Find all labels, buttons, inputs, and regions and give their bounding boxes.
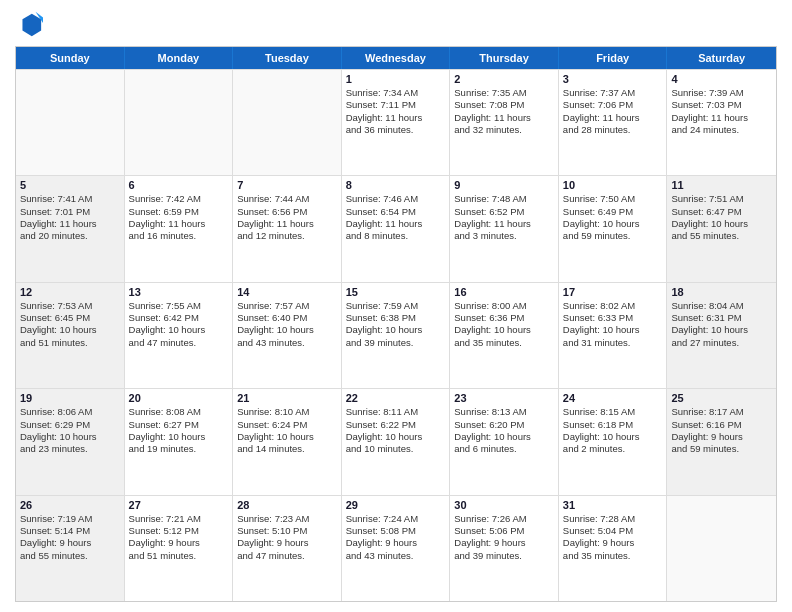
day-info-text: Sunrise: 7:51 AM — [671, 193, 772, 205]
day-info-text: Sunrise: 7:46 AM — [346, 193, 446, 205]
day-info-text: and 35 minutes. — [563, 550, 663, 562]
day-info-text: Daylight: 11 hours — [454, 218, 554, 230]
day-cell-14: 14Sunrise: 7:57 AMSunset: 6:40 PMDayligh… — [233, 283, 342, 388]
day-info-text: Daylight: 11 hours — [454, 112, 554, 124]
day-info-text: and 12 minutes. — [237, 230, 337, 242]
day-info-text: and 8 minutes. — [346, 230, 446, 242]
day-cell-20: 20Sunrise: 8:08 AMSunset: 6:27 PMDayligh… — [125, 389, 234, 494]
day-info-text: Daylight: 11 hours — [20, 218, 120, 230]
header-day-saturday: Saturday — [667, 47, 776, 69]
day-info-text: and 55 minutes. — [671, 230, 772, 242]
day-info-text: and 31 minutes. — [563, 337, 663, 349]
day-number: 28 — [237, 499, 337, 511]
calendar-row-5: 26Sunrise: 7:19 AMSunset: 5:14 PMDayligh… — [16, 495, 776, 601]
day-info-text: Sunrise: 8:02 AM — [563, 300, 663, 312]
day-info-text: Sunrise: 7:53 AM — [20, 300, 120, 312]
day-cell-19: 19Sunrise: 8:06 AMSunset: 6:29 PMDayligh… — [16, 389, 125, 494]
day-info-text: Sunrise: 7:19 AM — [20, 513, 120, 525]
calendar-header: SundayMondayTuesdayWednesdayThursdayFrid… — [16, 47, 776, 69]
day-info-text: Sunset: 6:24 PM — [237, 419, 337, 431]
day-info-text: Daylight: 9 hours — [237, 537, 337, 549]
day-info-text: Daylight: 10 hours — [671, 324, 772, 336]
day-info-text: and 3 minutes. — [454, 230, 554, 242]
day-number: 17 — [563, 286, 663, 298]
day-info-text: Daylight: 10 hours — [237, 324, 337, 336]
day-info-text: Daylight: 11 hours — [237, 218, 337, 230]
day-info-text: and 28 minutes. — [563, 124, 663, 136]
day-info-text: Sunset: 6:20 PM — [454, 419, 554, 431]
day-number: 12 — [20, 286, 120, 298]
day-info-text: Daylight: 10 hours — [454, 431, 554, 443]
day-number: 26 — [20, 499, 120, 511]
empty-cell — [125, 70, 234, 175]
day-info-text: and 19 minutes. — [129, 443, 229, 455]
day-info-text: Daylight: 9 hours — [129, 537, 229, 549]
day-number: 8 — [346, 179, 446, 191]
day-info-text: Sunrise: 8:10 AM — [237, 406, 337, 418]
day-info-text: Sunrise: 7:57 AM — [237, 300, 337, 312]
day-number: 16 — [454, 286, 554, 298]
day-info-text: and 10 minutes. — [346, 443, 446, 455]
day-info-text: Daylight: 11 hours — [346, 112, 446, 124]
day-cell-16: 16Sunrise: 8:00 AMSunset: 6:36 PMDayligh… — [450, 283, 559, 388]
calendar-row-1: 1Sunrise: 7:34 AMSunset: 7:11 PMDaylight… — [16, 69, 776, 175]
day-cell-3: 3Sunrise: 7:37 AMSunset: 7:06 PMDaylight… — [559, 70, 668, 175]
logo — [15, 10, 47, 38]
day-info-text: Sunrise: 7:21 AM — [129, 513, 229, 525]
day-cell-4: 4Sunrise: 7:39 AMSunset: 7:03 PMDaylight… — [667, 70, 776, 175]
day-info-text: Sunrise: 7:39 AM — [671, 87, 772, 99]
day-info-text: Sunrise: 8:11 AM — [346, 406, 446, 418]
day-cell-29: 29Sunrise: 7:24 AMSunset: 5:08 PMDayligh… — [342, 496, 451, 601]
day-info-text: Sunset: 6:42 PM — [129, 312, 229, 324]
day-info-text: Daylight: 10 hours — [237, 431, 337, 443]
day-info-text: Sunrise: 7:23 AM — [237, 513, 337, 525]
day-cell-6: 6Sunrise: 7:42 AMSunset: 6:59 PMDaylight… — [125, 176, 234, 281]
day-number: 13 — [129, 286, 229, 298]
day-info-text: Sunrise: 8:17 AM — [671, 406, 772, 418]
empty-cell — [16, 70, 125, 175]
day-info-text: and 39 minutes. — [346, 337, 446, 349]
day-number: 2 — [454, 73, 554, 85]
header-day-sunday: Sunday — [16, 47, 125, 69]
empty-cell — [233, 70, 342, 175]
day-number: 31 — [563, 499, 663, 511]
day-info-text: Daylight: 11 hours — [129, 218, 229, 230]
day-info-text: Sunrise: 7:26 AM — [454, 513, 554, 525]
day-info-text: Sunrise: 8:00 AM — [454, 300, 554, 312]
day-info-text: Daylight: 10 hours — [346, 431, 446, 443]
day-info-text: Sunset: 6:16 PM — [671, 419, 772, 431]
day-info-text: Sunset: 6:59 PM — [129, 206, 229, 218]
day-info-text: Sunset: 6:22 PM — [346, 419, 446, 431]
day-info-text: Sunset: 6:29 PM — [20, 419, 120, 431]
day-info-text: and 23 minutes. — [20, 443, 120, 455]
day-cell-10: 10Sunrise: 7:50 AMSunset: 6:49 PMDayligh… — [559, 176, 668, 281]
day-cell-1: 1Sunrise: 7:34 AMSunset: 7:11 PMDaylight… — [342, 70, 451, 175]
day-info-text: Daylight: 11 hours — [563, 112, 663, 124]
day-info-text: Sunset: 6:18 PM — [563, 419, 663, 431]
day-cell-21: 21Sunrise: 8:10 AMSunset: 6:24 PMDayligh… — [233, 389, 342, 494]
day-number: 9 — [454, 179, 554, 191]
day-info-text: Daylight: 9 hours — [671, 431, 772, 443]
day-info-text: Sunset: 7:06 PM — [563, 99, 663, 111]
day-cell-22: 22Sunrise: 8:11 AMSunset: 6:22 PMDayligh… — [342, 389, 451, 494]
day-info-text: Sunset: 6:56 PM — [237, 206, 337, 218]
day-number: 18 — [671, 286, 772, 298]
day-cell-27: 27Sunrise: 7:21 AMSunset: 5:12 PMDayligh… — [125, 496, 234, 601]
day-info-text: Sunset: 6:27 PM — [129, 419, 229, 431]
day-info-text: Sunrise: 7:41 AM — [20, 193, 120, 205]
day-info-text: Daylight: 11 hours — [346, 218, 446, 230]
calendar-row-2: 5Sunrise: 7:41 AMSunset: 7:01 PMDaylight… — [16, 175, 776, 281]
day-number: 25 — [671, 392, 772, 404]
day-info-text: and 16 minutes. — [129, 230, 229, 242]
day-info-text: and 43 minutes. — [346, 550, 446, 562]
day-number: 19 — [20, 392, 120, 404]
day-info-text: and 43 minutes. — [237, 337, 337, 349]
day-info-text: Sunrise: 8:04 AM — [671, 300, 772, 312]
day-number: 14 — [237, 286, 337, 298]
day-number: 4 — [671, 73, 772, 85]
day-number: 30 — [454, 499, 554, 511]
header-day-friday: Friday — [559, 47, 668, 69]
day-number: 11 — [671, 179, 772, 191]
day-info-text: Sunset: 5:08 PM — [346, 525, 446, 537]
day-number: 24 — [563, 392, 663, 404]
